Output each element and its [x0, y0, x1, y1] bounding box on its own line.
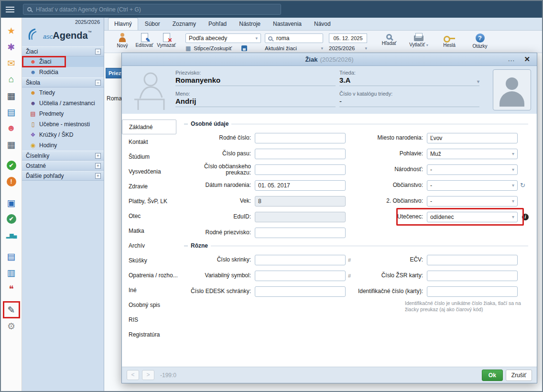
documents-icon[interactable]: ▥ [4, 265, 19, 280]
dialog-tab-vysvedcenia[interactable]: Vysvedčenia [122, 164, 180, 179]
menu-navod[interactable]: Návod [308, 18, 337, 30]
student-photo-placeholder[interactable] [493, 69, 531, 110]
new-button[interactable]: Nový [112, 32, 133, 48]
home-icon[interactable]: ⌂ [4, 72, 19, 87]
person-icon[interactable]: ☻ [4, 121, 19, 135]
help-button[interactable]: ? Otázky [467, 32, 492, 49]
surname-field[interactable]: Priezvisko: Romanyenko [175, 70, 336, 86]
star-icon[interactable]: ★ [4, 23, 19, 38]
sidebar-item-triedy[interactable]: ☻Triedy [22, 87, 104, 98]
catalog-number-value[interactable]: - [339, 97, 479, 107]
info-icon[interactable]: i [522, 214, 529, 220]
catalog-number-field[interactable]: Číslo v katalógu triedy: - [339, 91, 479, 107]
passwords-button[interactable]: Heslá [437, 32, 462, 48]
dialog-tab-zdravie[interactable]: Zdravie [122, 179, 180, 194]
field-ecv[interactable] [427, 255, 518, 265]
field-obcianstvo[interactable]: -▾ [427, 180, 518, 191]
sidebar-section-dalsie-pohlady[interactable]: Ďalšie pohľady+ [22, 171, 104, 181]
global-search-input[interactable] [35, 6, 277, 13]
refresh-icon[interactable]: ↻ [518, 182, 525, 189]
sidebar-item-hodiny[interactable]: ◉Hodiny [22, 140, 104, 151]
sidebar-item-predmety[interactable]: ▤Predmety [22, 109, 104, 119]
timetable-icon[interactable]: ▦ [4, 88, 19, 103]
dialog-tab-osobny-spis[interactable]: Osobný spis [122, 297, 180, 312]
find-button[interactable]: Hľadať [377, 32, 402, 46]
dialog-tab-platby-svp-lk[interactable]: Platby, ŠvP, LK [122, 194, 180, 208]
book-icon[interactable]: ▤ [4, 249, 19, 263]
check-circle-icon[interactable]: ✔ [4, 158, 19, 173]
hamburger-menu-icon[interactable] [1, 7, 19, 12]
next-record-button[interactable]: > [142, 370, 154, 380]
mail-icon[interactable]: ✉ [4, 56, 19, 70]
expander-icon[interactable]: + [95, 163, 101, 169]
dialog-tab-ris[interactable]: RIS [122, 312, 180, 327]
dialog-tab-archiv[interactable]: Archív [122, 238, 180, 253]
sidebar-item-ucitelia-zamestnanci[interactable]: ☻Učitelia / zamestnanci [22, 98, 104, 109]
dialog-tab-kontakt[interactable]: Kontakt [122, 134, 180, 149]
dialog-tab-skusky[interactable]: Skúšky [122, 253, 180, 268]
dialog-tab-ine[interactable]: Iné [122, 283, 180, 297]
sidebar-item-ucebne-miestnosti[interactable]: ▯Učebne - miestnosti [22, 119, 104, 130]
columns-group-button[interactable]: ▦ Stĺpce/Zoskupiť [185, 45, 247, 52]
menu-pohlad[interactable]: Pohľad [203, 18, 232, 30]
sidebar-item-kruzky-skd[interactable]: ❖Krúžky / ŠKD [22, 130, 104, 140]
tablet-icon[interactable]: ▤ [4, 105, 19, 119]
date-field[interactable]: 05. 12. 2025 [329, 33, 367, 43]
cancel-button[interactable]: Zrušiť [506, 370, 532, 381]
expander-icon[interactable]: + [95, 173, 101, 179]
sort-dropdown[interactable]: Podľa abecedy ▾ [185, 33, 261, 43]
class-select[interactable]: 3.A ▾ [339, 76, 479, 86]
dialog-tab-zakladne[interactable]: Základné [122, 120, 176, 134]
status-circle-icon[interactable]: ! [4, 174, 19, 189]
firstname-field[interactable]: Meno: Andrij [175, 91, 336, 107]
dialog-tab-registratura[interactable]: Registratúra [122, 327, 180, 342]
sidebar-section-ciselniky[interactable]: Číselníky+ [22, 151, 104, 161]
expander-icon[interactable]: − [95, 49, 101, 54]
list-search-input[interactable] [275, 34, 314, 42]
briefcase-icon[interactable]: ▣ [4, 196, 19, 210]
dialog-tab-otec[interactable]: Otec [122, 208, 180, 223]
field-cislo-skrinky[interactable] [255, 255, 346, 265]
close-icon[interactable]: ✕ [524, 55, 530, 64]
delete-button[interactable]: ✕ Vymazať [156, 32, 177, 48]
menu-nastavenia[interactable]: Nastavenia [267, 18, 307, 30]
dialog-tab-matka[interactable]: Matka [122, 223, 180, 238]
menu-hlavny[interactable]: Hlavný [108, 18, 138, 30]
sidebar-item-rodicia[interactable]: ☻Rodičia [22, 67, 104, 77]
expander-icon[interactable]: + [95, 153, 101, 159]
field-cislo-zsr-karty[interactable] [427, 271, 518, 281]
dialog-tab-opatrenia-rozho[interactable]: Opatrenia / rozho... [122, 268, 180, 283]
menu-nastroje[interactable]: Nástroje [233, 18, 266, 30]
field-narodnost[interactable]: -▾ [427, 164, 518, 175]
field-utecenec[interactable]: odídenec▾ [427, 212, 518, 222]
menu-subor[interactable]: Súbor [139, 18, 166, 30]
gear-icon[interactable]: ⚙ [4, 319, 19, 333]
firstname-value[interactable]: Andrij [175, 97, 336, 107]
calendar-icon[interactable]: ▦ [4, 137, 19, 152]
sidebar-section-ziaci[interactable]: Žiaci− [22, 46, 104, 56]
field-miesto-narodenia[interactable] [427, 133, 518, 143]
global-search[interactable] [23, 4, 281, 15]
field-cislo-pasu[interactable] [255, 149, 346, 159]
chart-icon[interactable]: ▂▆▄ [4, 228, 19, 242]
sidebar-item-ziaci[interactable]: ☻Žiaci [22, 56, 104, 67]
surname-value[interactable]: Romanyenko [175, 76, 336, 86]
field-cislo-edesk-schranky[interactable] [255, 286, 346, 297]
wand-icon[interactable]: ✱ [4, 40, 19, 54]
expander-icon[interactable]: − [95, 80, 101, 86]
chat-icon[interactable]: ❝ [4, 282, 19, 296]
dialog-tab-studium[interactable]: Štúdium [122, 149, 180, 164]
pen-icon[interactable]: ✎ [4, 303, 19, 317]
save-layout-icon[interactable] [241, 45, 247, 51]
field-rodne-priezvisko[interactable] [255, 228, 346, 238]
field-rodne-cislo[interactable] [255, 133, 346, 143]
filter-dropdown[interactable]: Aktuálni žiaci ▾ [265, 45, 323, 51]
class-field[interactable]: Trieda: 3.A ▾ [339, 70, 479, 86]
field-cislo-obcianskeho-preukazu[interactable] [255, 164, 346, 175]
field-variabilny-symbol[interactable] [255, 271, 346, 281]
field-datum-narodenia[interactable] [255, 180, 346, 191]
more-options-icon[interactable]: … [508, 54, 515, 63]
sidebar-section-skola[interactable]: Škola− [22, 77, 104, 87]
year-dropdown[interactable]: 2025/2026 ▾ [329, 45, 367, 51]
prev-record-button[interactable]: < [127, 370, 139, 380]
